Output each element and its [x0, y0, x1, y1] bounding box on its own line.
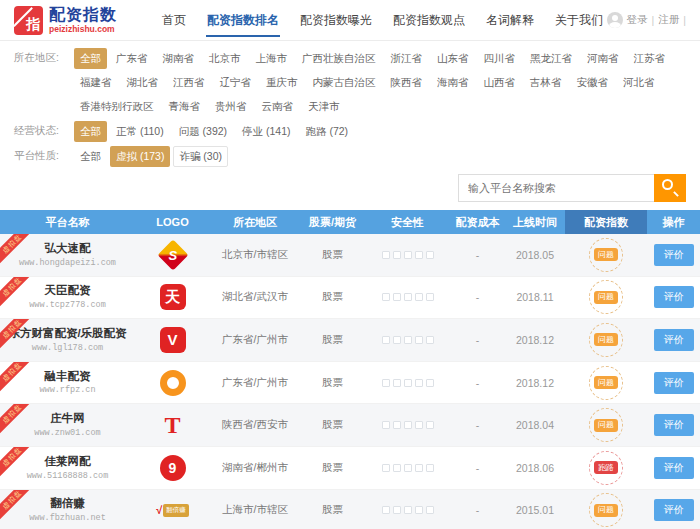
- online-date: 2018.06: [516, 462, 554, 474]
- column-header-8[interactable]: 操作: [647, 210, 700, 234]
- filter-option-region-15[interactable]: 辽宁省: [214, 72, 258, 93]
- platform-name[interactable]: 弘大速配: [45, 242, 91, 256]
- star-icon: [393, 336, 401, 344]
- filter-option-region-1[interactable]: 广东省: [110, 48, 154, 69]
- register-link[interactable]: 注册: [658, 13, 679, 27]
- filter-option-region-11[interactable]: 江苏省: [628, 48, 672, 69]
- filter-option-region-9[interactable]: 黑龙江省: [524, 48, 578, 69]
- platform-name[interactable]: 佳莱网配: [45, 455, 91, 469]
- filter-option-region-14[interactable]: 江西省: [167, 72, 211, 93]
- rate-button[interactable]: 评价: [654, 414, 694, 436]
- filter-option-region-18[interactable]: 陕西省: [385, 72, 429, 93]
- login-link[interactable]: 登录: [627, 13, 648, 27]
- star-icon: [426, 506, 434, 514]
- platform-name[interactable]: 东方财富配资/乐股配资: [8, 327, 126, 341]
- rate-button[interactable]: 评价: [654, 499, 694, 521]
- column-header-3[interactable]: 股票/期货: [300, 210, 365, 234]
- filter-option-region-19[interactable]: 海南省: [431, 72, 475, 93]
- platform-name[interactable]: 翻倍赚: [50, 497, 85, 511]
- filter-option-nature-2[interactable]: 诈骗 (30): [173, 146, 228, 167]
- filter-option-nature-1[interactable]: 虚拟 (173): [110, 146, 170, 167]
- filter-option-region-2[interactable]: 湖南省: [157, 48, 201, 69]
- filter-option-status-4[interactable]: 跑路 (72): [300, 121, 355, 142]
- cell-3: 股票: [300, 418, 365, 432]
- filter-option-region-20[interactable]: 山西省: [478, 72, 522, 93]
- filter-option-region-24[interactable]: 香港特别行政区: [74, 96, 160, 117]
- platform-cost: -: [476, 291, 480, 303]
- platform-name[interactable]: 融丰配资: [45, 370, 91, 384]
- filter-option-status-0[interactable]: 全部: [74, 121, 107, 142]
- search-input[interactable]: [458, 174, 654, 202]
- filter-option-region-6[interactable]: 浙江省: [385, 48, 429, 69]
- filter-option-region-10[interactable]: 河南省: [581, 48, 625, 69]
- filter-option-region-28[interactable]: 天津市: [302, 96, 346, 117]
- rate-button[interactable]: 评价: [654, 457, 694, 479]
- column-header-5[interactable]: 配资成本: [450, 210, 505, 234]
- filter-option-region-8[interactable]: 四川省: [478, 48, 522, 69]
- filter-option-nature-0[interactable]: 全部: [74, 146, 107, 167]
- platform-url: www.znw01.com: [34, 428, 100, 438]
- filter-option-region-13[interactable]: 湖北省: [121, 72, 165, 93]
- filter-option-status-2[interactable]: 问题 (392): [173, 121, 233, 142]
- cell-3: 股票: [300, 461, 365, 475]
- filter-option-region-4[interactable]: 上海市: [250, 48, 294, 69]
- filter-option-region-12[interactable]: 福建省: [74, 72, 118, 93]
- filter-option-status-1[interactable]: 正常 (110): [110, 121, 170, 142]
- brand-logo[interactable]: 指 配资指数 peizizhishu.com: [14, 6, 117, 35]
- cell-2: 广东省/广州市: [210, 376, 300, 390]
- nav-item-0[interactable]: 首页: [161, 0, 187, 42]
- filter-option-region-3[interactable]: 北京市: [203, 48, 247, 69]
- table-header-row: 平台名称LOGO所在地区股票/期货安全性配资成本上线时间配资指数操作: [0, 210, 700, 234]
- platform-type: 股票: [322, 503, 343, 517]
- online-date: 2018.12: [516, 377, 554, 389]
- column-header-7[interactable]: 配资指数: [565, 210, 647, 234]
- filter-option-region-23[interactable]: 河北省: [617, 72, 661, 93]
- nav-item-4[interactable]: 名词解释: [485, 0, 535, 42]
- column-header-1[interactable]: LOGO: [135, 210, 210, 234]
- column-header-2[interactable]: 所在地区: [210, 210, 300, 234]
- rate-button[interactable]: 评价: [654, 286, 694, 308]
- platform-type: 股票: [322, 333, 343, 347]
- status-label: 问题: [594, 419, 618, 432]
- platform-name[interactable]: 庄牛网: [50, 412, 85, 426]
- nav-item-2[interactable]: 配资指数曝光: [299, 0, 373, 42]
- nav-item-3[interactable]: 配资指数观点: [392, 0, 466, 42]
- filter-option-status-3[interactable]: 停业 (141): [236, 121, 296, 142]
- platform-type: 股票: [322, 418, 343, 432]
- cell-6: 2018.05: [505, 249, 565, 261]
- cell-1: [135, 370, 210, 396]
- filter-option-region-7[interactable]: 山东省: [431, 48, 475, 69]
- star-icon: [426, 379, 434, 387]
- cell-4: [365, 249, 450, 261]
- star-icon: [382, 464, 390, 472]
- nav-item-5[interactable]: 关于我们: [554, 0, 604, 42]
- star-icon: [393, 379, 401, 387]
- search-button[interactable]: [654, 174, 686, 202]
- filter-row-nature: 平台性质: 全部虚拟 (173)诈骗 (30): [14, 146, 686, 167]
- platform-region: 上海市/市辖区: [222, 503, 288, 517]
- filter-option-region-17[interactable]: 内蒙古自治区: [307, 72, 382, 93]
- cell-1: 9: [135, 455, 210, 481]
- column-header-6[interactable]: 上线时间: [505, 210, 565, 234]
- cell-5: -: [450, 419, 505, 431]
- filter-option-region-27[interactable]: 云南省: [256, 96, 300, 117]
- platform-cost: -: [476, 377, 480, 389]
- filter-option-region-5[interactable]: 广西壮族自治区: [296, 48, 382, 69]
- column-header-4[interactable]: 安全性: [365, 210, 450, 234]
- filter-option-region-22[interactable]: 安徽省: [571, 72, 615, 93]
- rate-button[interactable]: 评价: [654, 244, 694, 266]
- safety-rating: [380, 504, 435, 516]
- filter-option-region-21[interactable]: 吉林省: [524, 72, 568, 93]
- nav-item-1[interactable]: 配资指数排名: [206, 0, 280, 42]
- platform-name[interactable]: 天臣配资: [45, 284, 91, 298]
- filter-option-region-26[interactable]: 贵州省: [209, 96, 253, 117]
- cell-3: 股票: [300, 503, 365, 517]
- column-header-0[interactable]: 平台名称: [0, 210, 135, 234]
- rate-button[interactable]: 评价: [654, 329, 694, 351]
- rate-button[interactable]: 评价: [654, 372, 694, 394]
- filter-option-region-0[interactable]: 全部: [74, 48, 107, 69]
- filter-option-region-16[interactable]: 重庆市: [260, 72, 304, 93]
- platform-cost: -: [476, 249, 480, 261]
- cell-2: 北京市/市辖区: [210, 248, 300, 262]
- filter-option-region-25[interactable]: 青海省: [163, 96, 207, 117]
